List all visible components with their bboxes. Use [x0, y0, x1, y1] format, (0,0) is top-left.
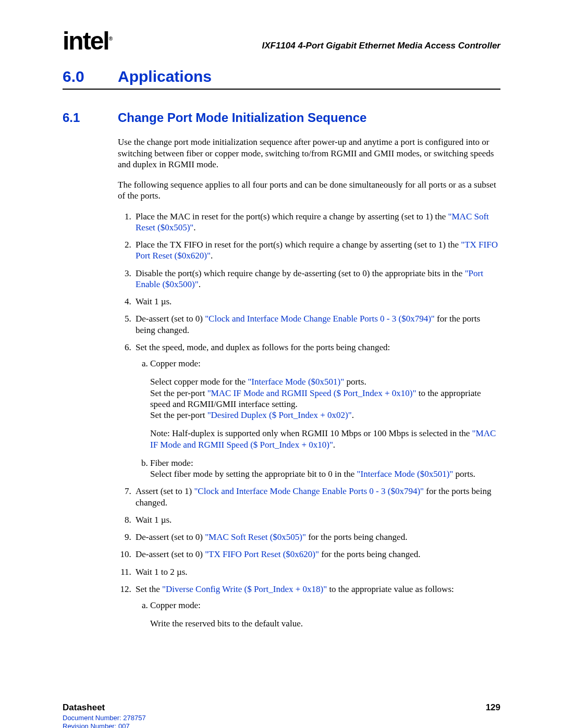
document-title: IXF1104 4-Port Gigabit Ethernet Media Ac… — [262, 41, 500, 51]
step-6b-p1: Select fiber mode by setting the appropr… — [150, 468, 500, 479]
heading-2: 6.1 Change Port Mode Initialization Sequ… — [63, 110, 500, 125]
heading-2-text: Change Port Mode Initialization Sequence — [118, 110, 366, 125]
registered-mark-icon: ® — [109, 36, 112, 42]
step-12: Set the "Diverse Config Write ($ Port_In… — [133, 584, 500, 630]
step-12a-p1: Write the reserved bits to the default v… — [150, 618, 500, 629]
link-desired-duplex[interactable]: "Desired Duplex ($ Port_Index + 0x02)" — [207, 410, 352, 420]
body-content: Use the change port mode initialization … — [118, 137, 500, 629]
link-diverse-config-write[interactable]: "Diverse Config Write ($ Port_Index + 0x… — [162, 584, 327, 594]
footer-revision-number: Revision Number: 007 — [63, 722, 155, 728]
step-8: Wait 1 µs. — [133, 514, 500, 525]
step-4: Wait 1 µs. — [133, 296, 500, 307]
footer-document-number: Document Number: 278757 — [63, 714, 155, 722]
procedure-list: Place the MAC in reset for the port(s) w… — [118, 211, 500, 630]
step-7: Assert (set to 1) "Clock and Interface M… — [133, 486, 500, 508]
intel-logo: intel® — [63, 31, 112, 51]
step-1: Place the MAC in reset for the port(s) w… — [133, 211, 500, 233]
step-6a-p1: Select copper mode for the "Interface Mo… — [150, 376, 500, 421]
step-12-sublist: Copper mode: Write the reserved bits to … — [136, 600, 500, 630]
link-clock-interface-mode-change[interactable]: "Clock and Interface Mode Change Enable … — [205, 314, 435, 324]
step-6-sublist: Copper mode: Select copper mode for the … — [136, 358, 500, 479]
step-6: Set the speed, mode, and duplex as follo… — [133, 342, 500, 480]
footer-datasheet-label: Datasheet — [63, 702, 155, 713]
link-clock-interface-mode-change-2[interactable]: "Clock and Interface Mode Change Enable … — [194, 486, 424, 496]
footer-left: Datasheet Document Number: 278757 Revisi… — [63, 702, 155, 728]
intro-paragraph-1: Use the change port mode initialization … — [118, 137, 500, 170]
page: intel® IXF1104 4-Port Gigabit Ethernet M… — [0, 0, 563, 728]
step-5: De-assert (set to 0) "Clock and Interfac… — [133, 313, 500, 336]
step-2: Place the TX FIFO in reset for the port(… — [133, 239, 500, 262]
heading-2-number: 6.1 — [63, 110, 118, 125]
step-10: De-assert (set to 0) "TX FIFO Port Reset… — [133, 549, 500, 560]
link-mac-if-mode-rgmii-speed[interactable]: "MAC IF Mode and RGMII Speed ($ Port_Ind… — [207, 388, 417, 398]
heading-1-number: 6.0 — [63, 68, 118, 85]
link-interface-mode[interactable]: "Interface Mode ($0x501)" — [248, 377, 344, 387]
intro-paragraph-2: The following sequence applies to all fo… — [118, 179, 500, 202]
page-header: intel® IXF1104 4-Port Gigabit Ethernet M… — [63, 31, 500, 51]
step-6a: Copper mode: Select copper mode for the … — [150, 358, 500, 450]
link-interface-mode-fiber[interactable]: "Interface Mode ($0x501)" — [357, 469, 454, 479]
step-6a-note: Note: Half-duplex is supported only when… — [150, 428, 500, 450]
page-number: 129 — [486, 702, 500, 713]
link-tx-fifo-port-reset-2[interactable]: "TX FIFO Port Reset ($0x620)" — [205, 549, 319, 559]
step-11: Wait 1 to 2 µs. — [133, 566, 500, 577]
step-9: De-assert (set to 0) "MAC Soft Reset ($0… — [133, 532, 500, 542]
heading-1: 6.0 Applications — [63, 68, 500, 90]
step-12a: Copper mode: Write the reserved bits to … — [150, 600, 500, 630]
step-3: Disable the port(s) which require change… — [133, 268, 500, 290]
link-mac-soft-reset-2[interactable]: "MAC Soft Reset ($0x505)" — [205, 532, 306, 542]
heading-1-text: Applications — [118, 68, 212, 85]
step-6b: Fiber mode: Select fiber mode by setting… — [150, 458, 500, 480]
page-footer: Datasheet Document Number: 278757 Revisi… — [63, 702, 500, 728]
